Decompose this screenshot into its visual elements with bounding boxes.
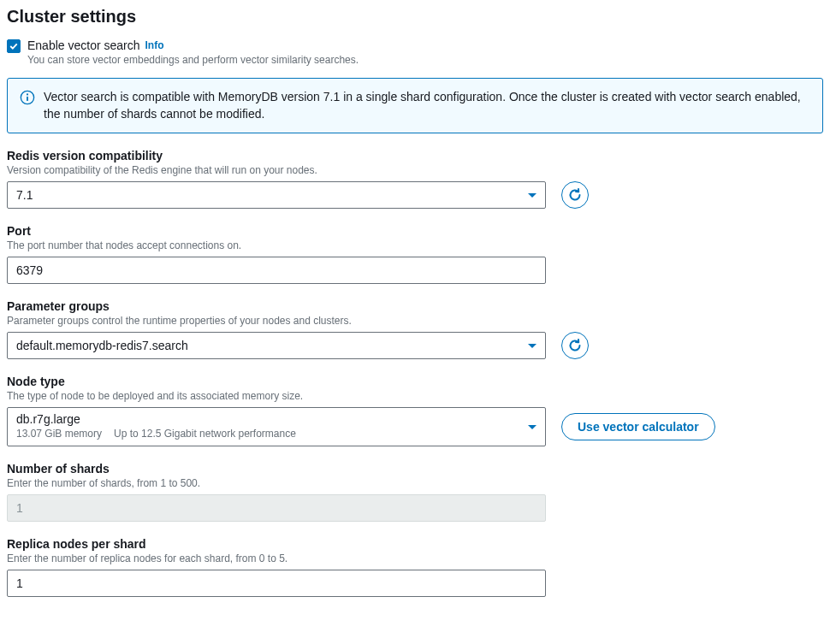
port-desc: The port number that nodes accept connec… bbox=[7, 239, 823, 251]
replica-nodes-input[interactable] bbox=[7, 570, 546, 597]
number-of-shards-input bbox=[7, 494, 546, 522]
enable-vector-search-label: Enable vector search bbox=[27, 38, 140, 52]
page-title: Cluster settings bbox=[7, 7, 823, 27]
number-of-shards-desc: Enter the number of shards, from 1 to 50… bbox=[7, 477, 823, 489]
parameter-groups-label: Parameter groups bbox=[7, 299, 823, 313]
svg-rect-2 bbox=[27, 97, 28, 101]
number-of-shards-label: Number of shards bbox=[7, 462, 823, 476]
replica-nodes-desc: Enter the number of replica nodes for ea… bbox=[7, 552, 823, 564]
enable-vector-search-desc: You can store vector embeddings and perf… bbox=[27, 54, 359, 66]
redis-version-label: Redis version compatibility bbox=[7, 149, 823, 162]
port-label: Port bbox=[7, 224, 823, 238]
chevron-down-icon bbox=[528, 193, 537, 198]
redis-version-value: 7.1 bbox=[16, 188, 33, 202]
refresh-icon bbox=[568, 188, 582, 202]
replica-nodes-label: Replica nodes per shard bbox=[7, 537, 823, 551]
chevron-down-icon bbox=[528, 344, 537, 348]
refresh-icon bbox=[568, 339, 582, 352]
parameter-groups-value: default.memorydb-redis7.search bbox=[16, 339, 188, 352]
redis-version-desc: Version compatibility of the Redis engin… bbox=[7, 164, 823, 176]
vector-search-info-banner: Vector search is compatible with MemoryD… bbox=[7, 78, 823, 133]
node-type-memory: 13.07 GiB memory bbox=[16, 428, 102, 440]
node-type-label: Node type bbox=[7, 375, 823, 388]
port-input[interactable] bbox=[7, 257, 546, 284]
use-vector-calculator-button[interactable]: Use vector calculator bbox=[561, 413, 715, 440]
info-link[interactable]: Info bbox=[145, 39, 164, 51]
chevron-down-icon bbox=[528, 425, 537, 429]
redis-version-refresh-button[interactable] bbox=[561, 181, 589, 209]
info-banner-text: Vector search is compatible with MemoryD… bbox=[44, 89, 810, 122]
node-type-desc: The type of node to be deployed and its … bbox=[7, 390, 823, 402]
enable-vector-search-checkbox[interactable] bbox=[7, 39, 21, 53]
svg-point-1 bbox=[27, 93, 28, 95]
node-type-select[interactable]: db.r7g.large 13.07 GiB memory Up to 12.5… bbox=[7, 407, 546, 446]
parameter-groups-refresh-button[interactable] bbox=[561, 332, 589, 359]
parameter-groups-desc: Parameter groups control the runtime pro… bbox=[7, 315, 823, 327]
node-type-network: Up to 12.5 Gigabit network performance bbox=[114, 428, 296, 440]
redis-version-select[interactable]: 7.1 bbox=[7, 181, 546, 209]
info-icon bbox=[20, 90, 35, 105]
parameter-groups-select[interactable]: default.memorydb-redis7.search bbox=[7, 332, 546, 359]
node-type-value: db.r7g.large bbox=[16, 412, 296, 426]
